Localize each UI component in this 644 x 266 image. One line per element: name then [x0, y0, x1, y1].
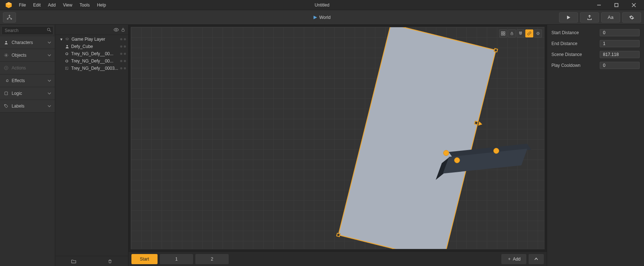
hierarchy-header: [55, 25, 128, 35]
property-value-input[interactable]: [600, 62, 640, 69]
trash-icon[interactable]: [108, 259, 112, 264]
sidebar-item-label: Labels: [12, 104, 24, 109]
settings-button[interactable]: [622, 12, 641, 23]
menu-file[interactable]: File: [15, 1, 29, 9]
hierarchy-node[interactable]: Trey_NG_Defy__00...: [55, 57, 128, 65]
node-status: [120, 45, 126, 48]
node-status: [120, 53, 126, 55]
chevron-down-icon: [48, 41, 51, 44]
scene-canvas: [131, 27, 544, 249]
property-row: Play Cooldown: [551, 61, 640, 70]
search-input[interactable]: [1, 26, 53, 35]
chevron-down-icon: [48, 79, 51, 82]
hierarchy-node[interactable]: Trey_NG_Defy__0003...: [55, 65, 128, 72]
play-icon: [4, 66, 9, 70]
node-label: Game Play Layer: [72, 37, 105, 42]
svg-rect-27: [501, 34, 503, 35]
add-scene-button[interactable]: ＋Add: [501, 254, 526, 264]
lock-icon[interactable]: [121, 27, 125, 32]
scene-bar: Start 12 ＋Add: [129, 251, 547, 266]
sidebar-item-actions: Actions: [0, 62, 55, 74]
move-handle[interactable]: [474, 120, 483, 126]
node-label: Trey_NG_Defy__00...: [71, 59, 113, 64]
resize-handle-bl[interactable]: [336, 233, 341, 237]
node-marker[interactable]: [493, 148, 499, 154]
property-value-input[interactable]: [600, 51, 640, 58]
viewport-magnet-button[interactable]: [517, 29, 525, 37]
menu-view[interactable]: View: [59, 1, 76, 9]
property-value-input[interactable]: [600, 29, 640, 36]
start-scene-button[interactable]: Start: [131, 254, 158, 264]
viewport[interactable]: [131, 27, 545, 249]
font-button[interactable]: Aa: [601, 12, 620, 23]
maximize-button[interactable]: [608, 0, 624, 10]
play-icon: [313, 16, 317, 19]
scene-tab[interactable]: 2: [195, 254, 229, 264]
node-status: [120, 67, 126, 69]
scene-options-button[interactable]: [529, 254, 544, 264]
svg-marker-9: [313, 16, 317, 19]
eye-icon[interactable]: [114, 27, 119, 32]
svg-rect-19: [122, 29, 125, 31]
add-label: Add: [513, 257, 521, 262]
sidebar-item-label: Effects: [12, 78, 25, 83]
menu-add[interactable]: Add: [44, 1, 59, 9]
menu-tools[interactable]: Tools: [76, 1, 93, 9]
menu-edit[interactable]: Edit: [29, 1, 44, 9]
svg-point-11: [48, 28, 50, 31]
sidebar-item-labels[interactable]: Labels: [0, 100, 55, 113]
person-icon: [65, 44, 69, 49]
node-marker[interactable]: [454, 157, 460, 163]
layer-icon: [65, 37, 70, 41]
person-icon: [4, 40, 9, 45]
sidebar-item-label: Characters: [12, 40, 33, 45]
property-value-input[interactable]: [600, 40, 640, 47]
node-status: [120, 38, 126, 40]
selected-plane[interactable]: [338, 27, 496, 249]
sidebar-item-characters[interactable]: Characters: [0, 36, 55, 49]
main-area: CharactersObjectsActionsEffectsLogicLabe…: [0, 25, 644, 266]
viewport-debug-button[interactable]: [534, 29, 542, 37]
svg-point-8: [11, 18, 12, 19]
property-row: Scene Distance: [551, 50, 640, 59]
hierarchy-toggle-button[interactable]: [3, 12, 16, 23]
scene-tab[interactable]: 1: [160, 254, 193, 264]
menu-help[interactable]: Help: [93, 1, 110, 9]
export-button[interactable]: [580, 12, 599, 23]
chevron-down-icon: ▾: [59, 37, 64, 42]
svg-rect-29: [511, 33, 513, 35]
hierarchy-footer: [55, 256, 128, 266]
spiral-icon: [4, 78, 9, 83]
svg-line-12: [50, 31, 51, 32]
svg-rect-23: [65, 67, 68, 70]
svg-rect-26: [504, 32, 505, 33]
svg-rect-28: [504, 34, 505, 35]
hierarchy-node[interactable]: Defy_Cube: [55, 43, 128, 50]
close-button[interactable]: [626, 0, 642, 10]
mode-selector[interactable]: World: [313, 15, 330, 20]
sidebar-item-logic[interactable]: Logic: [0, 87, 55, 100]
tag-icon: [4, 104, 9, 108]
viewport-lock-button[interactable]: [508, 29, 516, 37]
hierarchy-node[interactable]: ▾Game Play Layer: [55, 36, 128, 43]
folder-icon[interactable]: [71, 259, 76, 263]
toolbar: World Aa: [0, 10, 644, 25]
property-row: Start Distance: [551, 28, 640, 37]
property-label: Start Distance: [551, 30, 600, 35]
hierarchy-node[interactable]: Trey_NG_Defy__00...: [55, 50, 128, 57]
viewport-link-button[interactable]: [525, 29, 533, 37]
sidebar-item-objects[interactable]: Objects: [0, 49, 55, 62]
image-icon: [65, 66, 69, 70]
sidebar-item-effects[interactable]: Effects: [0, 74, 55, 87]
hierarchy-tree[interactable]: ▾Game Play LayerDefy_CubeTrey_NG_Defy__0…: [55, 35, 128, 256]
grid-icon: [501, 31, 505, 36]
minimize-button[interactable]: [591, 0, 607, 10]
node-status: [120, 60, 126, 62]
node-marker[interactable]: [443, 150, 449, 156]
resize-handle-tr[interactable]: [494, 48, 498, 52]
viewport-grid-button[interactable]: [499, 29, 507, 37]
window-controls: [591, 0, 642, 10]
svg-point-22: [66, 60, 68, 62]
svg-point-17: [5, 105, 6, 106]
play-button[interactable]: [559, 12, 578, 23]
